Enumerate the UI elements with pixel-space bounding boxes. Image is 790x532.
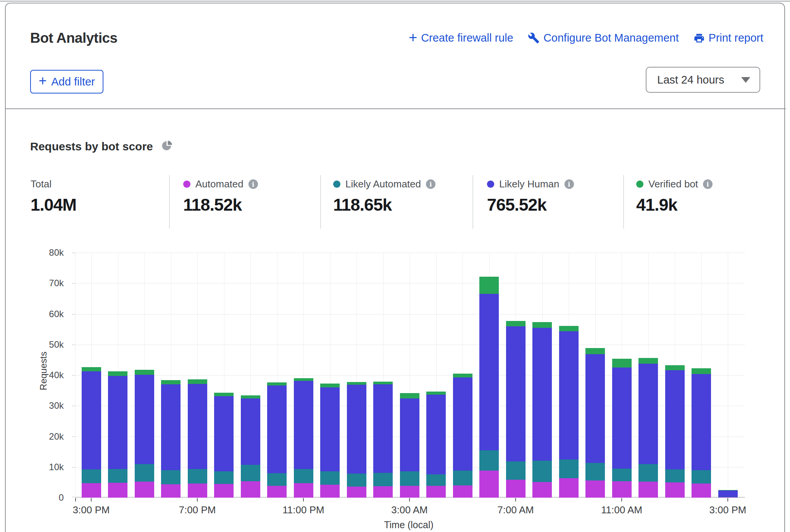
bar-segment-automated[interactable] xyxy=(135,482,154,498)
bar-10-00-pm[interactable] xyxy=(267,382,287,498)
bar-segment-verified-bot[interactable] xyxy=(718,490,738,490)
bar-11-00-am[interactable] xyxy=(612,359,632,498)
bar-8-00-pm[interactable] xyxy=(214,393,234,498)
bar-segment-verified-bot[interactable] xyxy=(135,370,154,375)
bar-segment-verified-bot[interactable] xyxy=(400,393,419,398)
bar-12-00-am[interactable] xyxy=(320,384,340,498)
bar-7-00-pm[interactable] xyxy=(188,379,207,498)
bar-segment-automated[interactable] xyxy=(108,483,127,498)
bar-segment-likely-automated[interactable] xyxy=(294,469,313,483)
bar-segment-automated[interactable] xyxy=(453,485,472,498)
bar-segment-likely-human[interactable] xyxy=(479,294,499,450)
bar-segment-likely-human[interactable] xyxy=(82,371,101,470)
bar-segment-verified-bot[interactable] xyxy=(426,392,446,394)
bar-segment-likely-human[interactable] xyxy=(108,376,127,469)
bar-7-00-am[interactable] xyxy=(506,321,526,498)
bar-segment-likely-human[interactable] xyxy=(665,370,685,469)
bar-segment-likely-automated[interactable] xyxy=(320,471,340,485)
bar-segment-likely-automated[interactable] xyxy=(267,473,287,486)
bar-segment-verified-bot[interactable] xyxy=(241,395,260,398)
bar-1-00-am[interactable] xyxy=(347,382,366,498)
bar-segment-verified-bot[interactable] xyxy=(320,384,340,387)
bar-segment-likely-human[interactable] xyxy=(612,368,632,469)
bar-segment-likely-human[interactable] xyxy=(161,384,181,470)
bar-12-00-pm[interactable] xyxy=(638,358,658,498)
bar-segment-likely-human[interactable] xyxy=(267,385,287,473)
bar-segment-likely-automated[interactable] xyxy=(426,474,446,486)
bar-segment-verified-bot[interactable] xyxy=(692,368,711,374)
info-icon[interactable]: i xyxy=(426,179,435,189)
bar-segment-likely-automated[interactable] xyxy=(692,470,711,484)
bar-segment-automated[interactable] xyxy=(665,482,685,498)
bar-11-00-pm[interactable] xyxy=(294,378,313,498)
bar-3-00-am[interactable] xyxy=(400,393,419,498)
bar-9-00-am[interactable] xyxy=(559,326,579,498)
bar-segment-verified-bot[interactable] xyxy=(373,382,393,384)
bar-segment-likely-human[interactable] xyxy=(506,326,526,462)
bar-segment-verified-bot[interactable] xyxy=(267,382,287,385)
bar-3-00-pm[interactable] xyxy=(82,367,101,498)
bar-segment-likely-human[interactable] xyxy=(426,395,446,474)
bar-segment-automated[interactable] xyxy=(214,484,234,498)
bar-segment-likely-automated[interactable] xyxy=(135,464,154,482)
bar-segment-automated[interactable] xyxy=(373,486,393,498)
bar-2-00-am[interactable] xyxy=(373,382,393,498)
bar-segment-verified-bot[interactable] xyxy=(188,379,207,384)
add-filter-button[interactable]: + Add filter xyxy=(30,70,103,94)
bar-segment-likely-automated[interactable] xyxy=(559,459,579,479)
bar-segment-likely-human[interactable] xyxy=(135,375,154,464)
bar-segment-automated[interactable] xyxy=(506,480,526,498)
bar-segment-likely-human[interactable] xyxy=(692,374,711,470)
bar-segment-automated[interactable] xyxy=(692,484,711,498)
bar-segment-automated[interactable] xyxy=(426,486,446,498)
bar-segment-automated[interactable] xyxy=(267,486,287,498)
bar-6-00-am[interactable] xyxy=(479,277,499,498)
bar-segment-likely-human[interactable] xyxy=(532,328,552,460)
bar-segment-automated[interactable] xyxy=(532,482,552,498)
bar-segment-likely-human[interactable] xyxy=(373,384,393,473)
bar-segment-likely-automated[interactable] xyxy=(638,464,658,482)
bar-segment-likely-automated[interactable] xyxy=(241,465,260,481)
create-firewall-rule-link[interactable]: + Create firewall rule xyxy=(409,32,513,44)
bar-segment-likely-human[interactable] xyxy=(241,398,260,465)
bar-2-00-pm[interactable] xyxy=(692,368,711,498)
bar-segment-automated[interactable] xyxy=(718,497,738,498)
bar-segment-likely-human[interactable] xyxy=(585,354,605,463)
bar-6-00-pm[interactable] xyxy=(161,380,181,498)
bar-segment-automated[interactable] xyxy=(241,481,260,498)
time-range-select[interactable]: Last 24 hours xyxy=(646,67,760,93)
bar-segment-verified-bot[interactable] xyxy=(585,348,605,354)
bar-segment-automated[interactable] xyxy=(347,487,366,498)
bar-segment-automated[interactable] xyxy=(638,482,658,498)
bar-segment-verified-bot[interactable] xyxy=(161,380,181,384)
bar-segment-verified-bot[interactable] xyxy=(294,378,313,381)
configure-bot-management-link[interactable]: Configure Bot Management xyxy=(528,32,679,44)
bar-segment-likely-automated[interactable] xyxy=(347,474,366,487)
bar-segment-likely-automated[interactable] xyxy=(506,461,526,480)
bar-segment-verified-bot[interactable] xyxy=(108,371,127,376)
bar-segment-likely-human[interactable] xyxy=(453,377,472,470)
bar-segment-verified-bot[interactable] xyxy=(506,321,526,326)
bar-segment-verified-bot[interactable] xyxy=(214,393,234,396)
bar-segment-automated[interactable] xyxy=(400,486,419,498)
bar-segment-likely-automated[interactable] xyxy=(214,471,234,484)
bar-4-00-am[interactable] xyxy=(426,392,446,498)
bar-segment-likely-human[interactable] xyxy=(718,490,738,497)
bar-segment-verified-bot[interactable] xyxy=(612,359,632,368)
bar-segment-likely-automated[interactable] xyxy=(188,469,207,484)
bar-segment-likely-human[interactable] xyxy=(638,364,658,464)
bar-segment-automated[interactable] xyxy=(320,485,340,498)
bar-segment-verified-bot[interactable] xyxy=(665,365,685,371)
bar-segment-likely-automated[interactable] xyxy=(612,469,632,482)
info-icon[interactable]: i xyxy=(564,179,574,189)
bar-segment-likely-human[interactable] xyxy=(400,398,419,471)
bar-8-00-am[interactable] xyxy=(532,322,552,498)
bar-segment-automated[interactable] xyxy=(479,471,499,498)
bar-segment-likely-human[interactable] xyxy=(347,385,366,474)
bar-3-00-pm[interactable] xyxy=(718,490,738,498)
bar-segment-likely-automated[interactable] xyxy=(453,471,472,485)
bar-segment-likely-automated[interactable] xyxy=(400,471,419,486)
bar-segment-likely-automated[interactable] xyxy=(108,469,127,483)
bar-segment-automated[interactable] xyxy=(82,483,101,498)
bar-segment-verified-bot[interactable] xyxy=(453,374,472,377)
